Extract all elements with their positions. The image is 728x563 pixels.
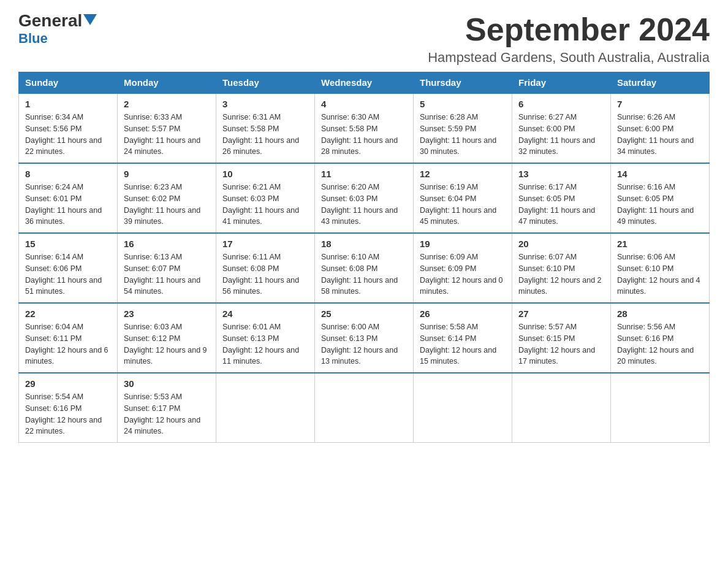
week-row-5: 29 Sunrise: 5:54 AM Sunset: 6:16 PM Dayl… <box>19 373 710 443</box>
day-number: 20 <box>518 239 604 249</box>
day-number: 15 <box>25 239 111 249</box>
day-number: 3 <box>222 99 308 109</box>
day-info: Sunrise: 6:11 AM Sunset: 6:08 PM Dayligh… <box>222 251 308 297</box>
day-info: Sunrise: 6:30 AM Sunset: 5:58 PM Dayligh… <box>321 112 407 158</box>
col-wednesday: Wednesday <box>315 72 414 94</box>
calendar-cell: 8 Sunrise: 6:24 AM Sunset: 6:01 PM Dayli… <box>19 163 118 233</box>
day-number: 24 <box>222 308 308 319</box>
day-number: 19 <box>420 239 506 249</box>
calendar-cell <box>315 373 414 443</box>
calendar-cell: 27 Sunrise: 5:57 AM Sunset: 6:15 PM Dayl… <box>512 303 611 373</box>
calendar-cell: 9 Sunrise: 6:23 AM Sunset: 6:02 PM Dayli… <box>118 163 216 233</box>
day-number: 21 <box>617 239 703 249</box>
calendar-cell: 3 Sunrise: 6:31 AM Sunset: 5:58 PM Dayli… <box>216 93 315 163</box>
logo-text-general: General <box>18 12 82 29</box>
day-number: 25 <box>321 308 407 319</box>
week-row-1: 1 Sunrise: 6:34 AM Sunset: 5:56 PM Dayli… <box>19 93 710 163</box>
day-info: Sunrise: 6:27 AM Sunset: 6:00 PM Dayligh… <box>518 112 604 158</box>
day-number: 22 <box>25 308 111 319</box>
day-number: 27 <box>518 308 604 319</box>
day-info: Sunrise: 6:34 AM Sunset: 5:56 PM Dayligh… <box>25 112 111 158</box>
day-info: Sunrise: 6:33 AM Sunset: 5:57 PM Dayligh… <box>124 112 210 158</box>
calendar-cell: 16 Sunrise: 6:13 AM Sunset: 6:07 PM Dayl… <box>118 233 216 303</box>
calendar-cell: 4 Sunrise: 6:30 AM Sunset: 5:58 PM Dayli… <box>315 93 414 163</box>
day-number: 1 <box>25 99 111 109</box>
calendar-cell: 19 Sunrise: 6:09 AM Sunset: 6:09 PM Dayl… <box>414 233 512 303</box>
day-number: 28 <box>617 308 703 319</box>
day-number: 13 <box>518 169 604 179</box>
day-number: 17 <box>222 239 308 249</box>
day-info: Sunrise: 6:07 AM Sunset: 6:10 PM Dayligh… <box>518 251 604 297</box>
col-sunday: Sunday <box>19 72 118 94</box>
day-info: Sunrise: 6:21 AM Sunset: 6:03 PM Dayligh… <box>222 182 308 228</box>
calendar-cell: 6 Sunrise: 6:27 AM Sunset: 6:00 PM Dayli… <box>512 93 611 163</box>
day-info: Sunrise: 6:01 AM Sunset: 6:13 PM Dayligh… <box>222 321 308 367</box>
col-thursday: Thursday <box>414 72 512 94</box>
col-saturday: Saturday <box>611 72 710 94</box>
calendar-cell: 29 Sunrise: 5:54 AM Sunset: 6:16 PM Dayl… <box>19 373 118 443</box>
calendar-cell: 21 Sunrise: 6:06 AM Sunset: 6:10 PM Dayl… <box>611 233 710 303</box>
month-title: September 2024 <box>428 12 710 47</box>
calendar-cell: 26 Sunrise: 5:58 AM Sunset: 6:14 PM Dayl… <box>414 303 512 373</box>
logo: General Blue <box>18 12 97 47</box>
day-info: Sunrise: 6:06 AM Sunset: 6:10 PM Dayligh… <box>617 251 703 297</box>
day-number: 7 <box>617 99 703 109</box>
day-info: Sunrise: 6:28 AM Sunset: 5:59 PM Dayligh… <box>420 112 506 158</box>
calendar-cell: 20 Sunrise: 6:07 AM Sunset: 6:10 PM Dayl… <box>512 233 611 303</box>
calendar-cell: 12 Sunrise: 6:19 AM Sunset: 6:04 PM Dayl… <box>414 163 512 233</box>
logo-text-blue: Blue <box>18 31 48 47</box>
calendar-cell: 25 Sunrise: 6:00 AM Sunset: 6:13 PM Dayl… <box>315 303 414 373</box>
week-row-4: 22 Sunrise: 6:04 AM Sunset: 6:11 PM Dayl… <box>19 303 710 373</box>
day-info: Sunrise: 6:24 AM Sunset: 6:01 PM Dayligh… <box>25 182 111 228</box>
day-number: 11 <box>321 169 407 179</box>
calendar-cell: 5 Sunrise: 6:28 AM Sunset: 5:59 PM Dayli… <box>414 93 512 163</box>
page-header: General Blue September 2024 Hampstead Ga… <box>18 12 710 66</box>
calendar-cell: 22 Sunrise: 6:04 AM Sunset: 6:11 PM Dayl… <box>19 303 118 373</box>
col-friday: Friday <box>512 72 611 94</box>
day-number: 29 <box>25 378 111 389</box>
col-tuesday: Tuesday <box>216 72 315 94</box>
day-info: Sunrise: 5:53 AM Sunset: 6:17 PM Dayligh… <box>124 391 210 437</box>
day-info: Sunrise: 6:19 AM Sunset: 6:04 PM Dayligh… <box>420 182 506 228</box>
day-info: Sunrise: 6:04 AM Sunset: 6:11 PM Dayligh… <box>25 321 111 367</box>
day-number: 10 <box>222 169 308 179</box>
calendar-cell: 17 Sunrise: 6:11 AM Sunset: 6:08 PM Dayl… <box>216 233 315 303</box>
day-info: Sunrise: 6:17 AM Sunset: 6:05 PM Dayligh… <box>518 182 604 228</box>
calendar-cell: 23 Sunrise: 6:03 AM Sunset: 6:12 PM Dayl… <box>118 303 216 373</box>
day-info: Sunrise: 6:23 AM Sunset: 6:02 PM Dayligh… <box>124 182 210 228</box>
col-monday: Monday <box>118 72 216 94</box>
day-info: Sunrise: 6:16 AM Sunset: 6:05 PM Dayligh… <box>617 182 703 228</box>
day-info: Sunrise: 6:10 AM Sunset: 6:08 PM Dayligh… <box>321 251 407 297</box>
calendar-cell: 2 Sunrise: 6:33 AM Sunset: 5:57 PM Dayli… <box>118 93 216 163</box>
day-number: 23 <box>124 308 210 319</box>
calendar-cell: 11 Sunrise: 6:20 AM Sunset: 6:03 PM Dayl… <box>315 163 414 233</box>
day-info: Sunrise: 6:00 AM Sunset: 6:13 PM Dayligh… <box>321 321 407 367</box>
calendar-cell: 7 Sunrise: 6:26 AM Sunset: 6:00 PM Dayli… <box>611 93 710 163</box>
location-subtitle: Hampstead Gardens, South Australia, Aust… <box>428 50 710 66</box>
calendar-header-row: Sunday Monday Tuesday Wednesday Thursday… <box>19 72 710 94</box>
day-number: 18 <box>321 239 407 249</box>
svg-marker-0 <box>83 14 97 25</box>
day-info: Sunrise: 6:14 AM Sunset: 6:06 PM Dayligh… <box>25 251 111 297</box>
calendar-cell: 14 Sunrise: 6:16 AM Sunset: 6:05 PM Dayl… <box>611 163 710 233</box>
calendar-cell <box>216 373 315 443</box>
day-info: Sunrise: 6:20 AM Sunset: 6:03 PM Dayligh… <box>321 182 407 228</box>
day-number: 8 <box>25 169 111 179</box>
day-info: Sunrise: 5:58 AM Sunset: 6:14 PM Dayligh… <box>420 321 506 367</box>
calendar-cell <box>512 373 611 443</box>
day-number: 4 <box>321 99 407 109</box>
day-info: Sunrise: 6:31 AM Sunset: 5:58 PM Dayligh… <box>222 112 308 158</box>
calendar-cell: 1 Sunrise: 6:34 AM Sunset: 5:56 PM Dayli… <box>19 93 118 163</box>
day-info: Sunrise: 6:09 AM Sunset: 6:09 PM Dayligh… <box>420 251 506 297</box>
day-number: 9 <box>124 169 210 179</box>
calendar-cell: 24 Sunrise: 6:01 AM Sunset: 6:13 PM Dayl… <box>216 303 315 373</box>
week-row-3: 15 Sunrise: 6:14 AM Sunset: 6:06 PM Dayl… <box>19 233 710 303</box>
day-number: 14 <box>617 169 703 179</box>
day-info: Sunrise: 6:03 AM Sunset: 6:12 PM Dayligh… <box>124 321 210 367</box>
day-number: 6 <box>518 99 604 109</box>
calendar-cell: 28 Sunrise: 5:56 AM Sunset: 6:16 PM Dayl… <box>611 303 710 373</box>
day-number: 26 <box>420 308 506 319</box>
day-info: Sunrise: 5:54 AM Sunset: 6:16 PM Dayligh… <box>25 391 111 437</box>
day-info: Sunrise: 5:57 AM Sunset: 6:15 PM Dayligh… <box>518 321 604 367</box>
calendar-cell: 18 Sunrise: 6:10 AM Sunset: 6:08 PM Dayl… <box>315 233 414 303</box>
